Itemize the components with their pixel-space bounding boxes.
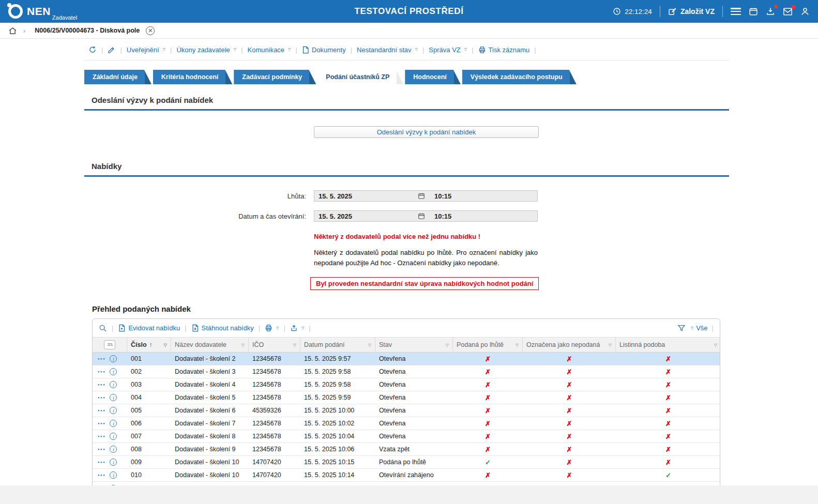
column-header-podana-po-lhute[interactable]: Podaná po lhůtě ▽ (453, 338, 523, 352)
row-menu-icon[interactable]: ●●● (98, 461, 105, 464)
toolbar-item-uverejneni[interactable]: Uveřejnění ▽ (127, 46, 165, 54)
cell-nazev-dodavatele: Dodavatel - školení 4 (171, 381, 249, 388)
column-filter-icon[interactable]: ▽ (444, 343, 449, 347)
print-table-button[interactable]: ▽ (265, 324, 279, 332)
column-header-cislo[interactable]: Číslo ↑ ▽ (127, 338, 171, 352)
history-back-icon[interactable] (88, 45, 97, 54)
deadline-time-value[interactable]: 10:15 (428, 192, 451, 200)
row-menu-icon[interactable]: ●●● (98, 435, 105, 438)
row-menu-icon[interactable]: ●●● (98, 370, 105, 373)
table-row[interactable]: ●●● i 008 Dodavatel - školení 9 12345678… (93, 443, 720, 456)
cell-oznacena-jako-nepodana: ✗ (523, 433, 616, 440)
row-menu-icon[interactable]: ●●● (98, 409, 105, 412)
row-menu-icon[interactable]: ●●● (98, 357, 105, 360)
toolbar-item-tisk-zaznamu[interactable]: Tisk záznamu (478, 46, 530, 54)
column-header-nazev-dodavatele[interactable]: Název dodavatele ▽ (171, 338, 249, 352)
user-icon[interactable] (800, 7, 810, 16)
opening-time-value[interactable]: 10:15 (428, 212, 451, 220)
nonstandard-state-alert: Byl proveden nestandardní stav úprava na… (310, 277, 539, 290)
opening-date-value[interactable]: 15. 5. 2025 (314, 212, 418, 220)
cell-ico: 12345678 (249, 368, 300, 375)
column-header-datum-podani[interactable]: Datum podání ▽ (300, 338, 375, 352)
table-row[interactable]: ●●● i 006 Dodavatel - školení 7 12345678… (93, 417, 720, 430)
stahnout-nabidky-button[interactable]: Stáhnout nabídky (191, 324, 254, 332)
opening-field[interactable]: 15. 5. 2025 10:15 (314, 210, 538, 222)
cell-stav: Otevírání zahájeno (375, 471, 453, 479)
downloads-button[interactable] (766, 7, 775, 16)
table-row[interactable]: ●●● i 002 Dodavatel - školení 3 12345678… (93, 365, 720, 378)
row-menu-icon[interactable]: ●●● (98, 396, 105, 399)
column-filter-icon[interactable]: ▽ (162, 343, 167, 347)
row-menu-icon[interactable]: ●●● (98, 383, 105, 386)
breadcrumb-record[interactable]: N006/25/V00004673 - Disková pole (35, 27, 140, 34)
info-icon[interactable]: i (110, 446, 117, 453)
cell-datum-podani: 15. 5. 2025 10:14 (300, 471, 375, 479)
tab-hodnoceni[interactable]: Hodnocení (405, 70, 461, 84)
toolbar-item-komunikace[interactable]: Komunikace ▽ (248, 46, 291, 54)
filter-icon[interactable] (677, 324, 686, 332)
cell-podana-po-lhute: ✗ (453, 381, 523, 389)
cell-listinna-podoba: ✗ (616, 394, 720, 402)
column-header-ico[interactable]: IČO ▽ (249, 338, 300, 352)
evidovat-nabidku-button[interactable]: Evidovat nabídku (118, 324, 180, 332)
calendar-icon[interactable] (418, 192, 428, 200)
column-filter-icon[interactable]: ▽ (712, 343, 717, 347)
column-header-listinna-podoba[interactable]: Listinná podoba ▽ (616, 338, 720, 352)
toolbar-item-dokumenty[interactable]: Dokumenty (302, 46, 346, 54)
column-settings-button[interactable] (93, 338, 127, 352)
calendar-icon[interactable] (749, 7, 758, 16)
deadline-date-value[interactable]: 15. 5. 2025 (314, 192, 418, 200)
info-icon[interactable]: i (110, 433, 117, 440)
tab-zadavaci-podminky[interactable]: Zadávací podmínky (234, 70, 316, 84)
column-settings-icon (104, 340, 115, 349)
column-filter-icon[interactable]: ▽ (513, 343, 519, 347)
home-icon[interactable] (8, 26, 17, 35)
send-call-button[interactable]: Odeslání výzvy k podání nabídek (314, 126, 539, 138)
info-icon[interactable]: i (110, 394, 117, 401)
toolbar-item-ukony-zadavatele[interactable]: Úkony zadavatele ▽ (176, 46, 236, 54)
info-icon[interactable]: i (110, 355, 117, 362)
table-row[interactable]: ●●● i 003 Dodavatel - školení 4 12345678… (93, 378, 720, 391)
cell-nazev-dodavatele: Dodavatel - školení 8 (171, 433, 249, 440)
table-row[interactable]: ●●● i 005 Dodavatel - školení 6 45359326… (93, 404, 720, 417)
column-filter-icon[interactable]: ▽ (239, 343, 245, 347)
info-icon[interactable]: i (110, 407, 117, 414)
column-filter-icon[interactable]: ▽ (607, 343, 612, 347)
column-filter-icon[interactable]: ▽ (366, 343, 371, 347)
deadline-field[interactable]: 15. 5. 2025 10:15 (314, 190, 538, 202)
cell-cislo: 005 (127, 407, 171, 414)
row-menu-icon[interactable]: ●●● (98, 448, 105, 451)
row-actions: ●●● i (93, 368, 127, 375)
table-row[interactable]: ●●● i 007 Dodavatel - školení 8 12345678… (93, 430, 720, 443)
pencil-icon[interactable] (108, 46, 115, 54)
row-menu-icon[interactable]: ●●● (98, 474, 105, 477)
search-icon[interactable] (99, 324, 107, 332)
table-row[interactable]: ●●● i 009 Dodavatel - školení 10 1470742… (93, 456, 720, 469)
tab-podani-ucastniku-zp[interactable]: Podání účastníků ZP (317, 70, 403, 84)
table-row[interactable]: ●●● i 010 Dodavatel - školení 10 1470742… (93, 469, 720, 482)
info-icon[interactable]: i (110, 420, 117, 427)
row-menu-icon[interactable]: ●●● (98, 422, 105, 425)
close-record-icon[interactable]: ✕ (146, 26, 155, 35)
menu-icon[interactable] (731, 8, 741, 15)
tab-zakladni-udaje[interactable]: Základní údaje (84, 70, 152, 84)
toolbar-item-sprava-vz[interactable]: Správa VZ ▽ (429, 46, 467, 54)
table-row[interactable]: ●●● i 004 Dodavatel - školení 5 12345678… (93, 391, 720, 404)
info-icon[interactable]: i (110, 459, 117, 466)
info-icon[interactable]: i (110, 381, 117, 388)
column-filter-icon[interactable]: ▽ (291, 343, 296, 347)
export-table-button[interactable]: ▽ (290, 324, 304, 332)
messages-button[interactable] (783, 7, 793, 16)
create-vz-button[interactable]: Založit VZ (668, 7, 715, 16)
tab-vysledek-zadavaciho-postupu[interactable]: Výsledek zadávacího postupu (462, 70, 577, 84)
cell-listinna-podoba: ✗ (616, 420, 720, 427)
calendar-icon[interactable] (418, 212, 428, 220)
info-icon[interactable]: i (110, 471, 117, 479)
tab-kriteria-hodnoceni[interactable]: Kritéria hodnocení (153, 70, 232, 84)
column-header-oznacena-jako-nepodana[interactable]: Označena jako nepodaná ▽ (523, 338, 616, 352)
filter-all-dropdown[interactable]: ▽ Vše (690, 324, 708, 332)
toolbar-item-nestandardni-stav[interactable]: Nestandardní stav ▽ (357, 46, 418, 54)
table-row[interactable]: ●●● i 001 Dodavatel - školení 2 12345678… (93, 353, 720, 365)
column-header-stav[interactable]: Stav ▽ (375, 338, 453, 352)
info-icon[interactable]: i (110, 368, 117, 375)
